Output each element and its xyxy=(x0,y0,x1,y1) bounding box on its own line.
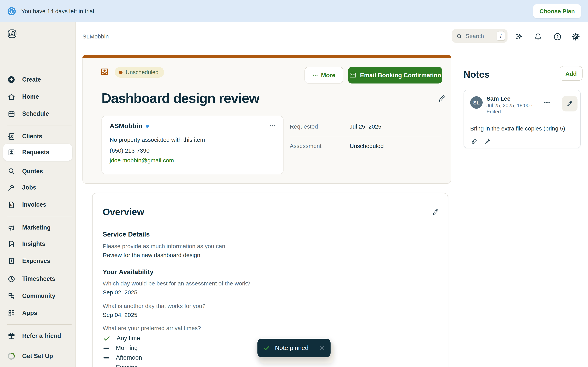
sidebar-item-invoices[interactable]: $ Invoices xyxy=(0,197,76,212)
availability-heading: Your Availability xyxy=(103,268,153,276)
sidebar-item-apps[interactable]: Apps xyxy=(0,305,76,321)
overview-title: Overview xyxy=(103,207,144,217)
assessment-value: Unscheduled xyxy=(350,142,384,149)
chat-bubbles-icon xyxy=(7,292,16,300)
toast-close-icon[interactable] xyxy=(319,345,325,351)
svg-text:$: $ xyxy=(10,203,12,206)
address-book-icon xyxy=(7,132,16,141)
arrival-option-afternoon: Afternoon xyxy=(103,354,142,362)
sidebar-item-refer-a-friend[interactable]: Refer a friend xyxy=(0,328,76,344)
trial-banner: You have 14 days left in trial Choose Pl… xyxy=(0,0,588,22)
megaphone-icon xyxy=(7,223,16,232)
notifications-bell-icon[interactable] xyxy=(533,32,543,41)
note-content: Bring in the extra file copies (bring 5) xyxy=(470,125,575,132)
sidebar-item-expenses[interactable]: $ Expenses xyxy=(0,253,76,269)
arrival-option-morning: Morning xyxy=(103,344,138,352)
sidebar-item-schedule[interactable]: Schedule xyxy=(0,106,76,122)
assessment-label: Assessment xyxy=(290,142,321,149)
note-author: Sam Lee xyxy=(486,95,510,102)
company-name: SLMobbin xyxy=(82,33,109,40)
note-more-button[interactable] xyxy=(544,100,550,106)
help-icon[interactable]: ? xyxy=(553,32,562,41)
arrival-option-any-time: Any time xyxy=(103,334,140,342)
dash-icon xyxy=(104,357,109,358)
service-details-question: Please provide as much information as yo… xyxy=(103,243,225,249)
service-details-heading: Service Details xyxy=(103,231,150,238)
availability-q3: What are your preferred arrival times? xyxy=(103,325,201,331)
client-card[interactable]: ASMobbin No property associated with thi… xyxy=(102,116,284,174)
hammer-icon xyxy=(7,183,16,192)
sidebar-item-home[interactable]: Home xyxy=(0,89,76,104)
avatar: SL xyxy=(470,96,483,109)
edit-overview-button[interactable] xyxy=(432,208,440,216)
progress-ring-icon xyxy=(7,352,16,360)
sidebar-item-clients[interactable]: Clients xyxy=(0,129,76,144)
client-phone: (650) 213-7390 xyxy=(110,147,275,154)
sidebar-item-marketing[interactable]: Marketing xyxy=(0,220,76,235)
sidebar-item-jobs[interactable]: Jobs xyxy=(0,180,76,195)
choose-plan-button[interactable]: Choose Plan xyxy=(533,4,581,18)
sidebar-item-timesheets[interactable]: Timesheets xyxy=(0,271,76,287)
request-status-bar xyxy=(82,55,451,58)
notes-title: Notes xyxy=(464,69,489,80)
pin-icon[interactable] xyxy=(484,137,491,145)
note-card: SL Sam Lee Jul 25, 2025, 18:00 · Edited … xyxy=(464,90,581,148)
note-edited-flag: Edited xyxy=(486,109,501,115)
search-input[interactable]: / xyxy=(452,29,508,43)
apps-grid-icon xyxy=(7,309,16,317)
service-details-answer: Review for the new dashboard design xyxy=(103,252,200,258)
client-name[interactable]: ASMobbin xyxy=(110,122,142,130)
ai-sparkles-icon[interactable] xyxy=(514,32,523,41)
sidebar-divider xyxy=(7,216,71,216)
request-type-icon xyxy=(100,67,109,76)
app-logo[interactable] xyxy=(7,29,17,39)
toast-message: Note pinned xyxy=(275,344,309,351)
panel-divider xyxy=(454,52,454,367)
note-timestamp: Jul 25, 2025, 18:00 · xyxy=(486,102,533,108)
svg-text:?: ? xyxy=(556,34,559,39)
clock-icon xyxy=(7,275,16,283)
settings-gear-icon[interactable] xyxy=(571,32,580,41)
gift-icon xyxy=(7,332,16,340)
envelope-icon xyxy=(349,71,357,79)
sidebar-item-get-set-up[interactable]: Get Set Up xyxy=(0,348,76,364)
client-status-dot xyxy=(146,125,149,128)
arrival-option-evening: Evening xyxy=(103,364,138,367)
search-field[interactable] xyxy=(466,33,493,39)
plus-circle-icon xyxy=(7,75,16,84)
status-badge: Unscheduled xyxy=(115,67,164,78)
edit-title-button[interactable] xyxy=(438,94,446,103)
requested-value: Jul 25, 2025 xyxy=(350,123,381,130)
copy-link-icon[interactable] xyxy=(471,138,478,145)
availability-q2: What is another day that works for you? xyxy=(103,302,206,309)
trial-message: You have 14 days left in trial xyxy=(21,8,94,14)
sidebar-item-requests[interactable]: Requests xyxy=(0,144,76,160)
email-booking-confirmation-button[interactable]: Email Booking Confirmation xyxy=(348,67,442,83)
inbox-request-icon xyxy=(7,148,16,157)
search-shortcut-key: / xyxy=(497,31,505,41)
app-root: You have 14 days left in trial Choose Pl… xyxy=(0,0,588,367)
check-icon xyxy=(103,334,111,342)
sidebar-item-community[interactable]: Community xyxy=(0,288,76,304)
quote-magnifier-icon xyxy=(7,167,16,175)
add-note-button[interactable]: Add xyxy=(560,66,583,81)
client-email-link[interactable]: jdoe.mobbin@gmail.com xyxy=(110,157,174,164)
client-more-button[interactable] xyxy=(269,122,276,129)
sidebar-item-insights[interactable]: Insights xyxy=(0,236,76,252)
dash-icon xyxy=(104,347,109,349)
info-icon xyxy=(7,6,16,16)
requested-label: Requested xyxy=(290,123,318,130)
home-icon xyxy=(7,92,16,101)
availability-q1: Which day would be best for an assessmen… xyxy=(103,280,250,287)
sidebar-item-quotes[interactable]: Quotes xyxy=(0,164,76,179)
detail-divider xyxy=(290,136,441,136)
toast-check-icon xyxy=(263,344,270,352)
edit-note-button[interactable] xyxy=(562,96,578,111)
more-button[interactable]: More xyxy=(304,67,343,83)
more-dots-icon xyxy=(312,72,318,78)
svg-text:$: $ xyxy=(10,259,12,262)
sidebar-item-create[interactable]: Create xyxy=(0,72,76,87)
sidebar-divider xyxy=(7,324,71,325)
invoice-document-icon: $ xyxy=(7,200,16,209)
pencil-icon xyxy=(566,100,573,107)
